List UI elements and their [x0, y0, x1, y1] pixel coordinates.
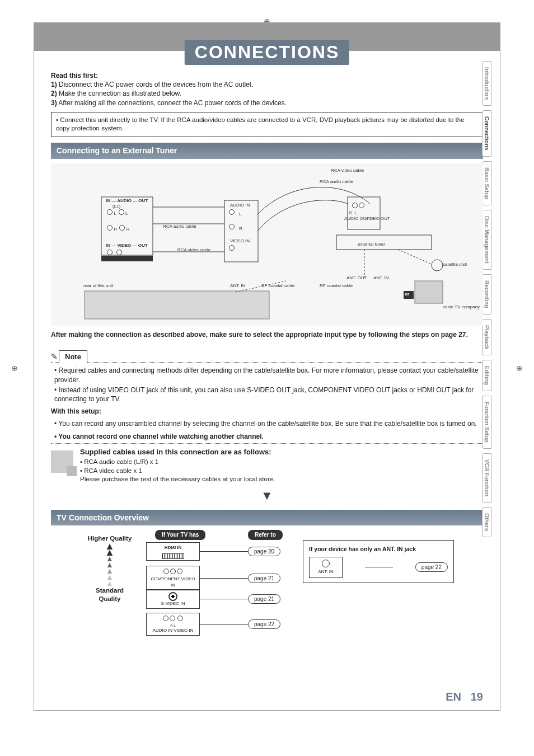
label-rca-video: RCA video cable: [331, 168, 364, 174]
label-ant-in: ANT. IN: [230, 283, 246, 289]
conn-row-svideo: S-VIDEO IN page 21: [146, 589, 280, 609]
side-tab-others[interactable]: Others: [482, 507, 491, 537]
side-tab-editing[interactable]: Editing: [482, 360, 491, 391]
conn-type-hdmi: HDMI IN: [146, 542, 200, 561]
side-tab-disc-management[interactable]: Disc Management: [482, 210, 491, 270]
label-ant-out: ANT. OUT: [346, 275, 367, 281]
side-tabs: Introduction Connections Basic Setup Dis…: [482, 61, 501, 542]
read-first-list: 1) Disconnect the AC power cords of the …: [51, 80, 483, 107]
tv-connection-overview: Higher Quality ▲ ▲ ▲ ▲ ▲ ▲ ▲ Standard Qu…: [51, 530, 483, 647]
supplied-cables-icon: [51, 450, 73, 473]
svideo-port-icon: [168, 592, 177, 601]
info-text: Connect this unit directly to the TV. If…: [56, 116, 465, 132]
label-ext-tuner: external tuner: [358, 242, 385, 248]
label-rca-audio: RCA audio cable: [320, 179, 353, 185]
label-sat-dish: satellite dish: [443, 262, 467, 268]
section-heading-external-tuner: Connecting to an External Tuner: [51, 143, 483, 159]
item-text: Disconnect the AC power cords of the dev…: [57, 81, 254, 88]
label-in-video-out: IN — VIDEO — OUT: [106, 243, 148, 249]
page-frame: CONNECTIONS Introduction Connections Bas…: [34, 22, 500, 711]
side-tab-basic-setup[interactable]: Basic Setup: [482, 161, 491, 205]
quality-scale: Higher Quality ▲ ▲ ▲ ▲ ▲ ▲ ▲ Standard Qu…: [85, 534, 135, 604]
page-ref[interactable]: page 22: [248, 619, 280, 629]
label-rear-unit: rear of this unit: [83, 283, 113, 289]
item-text: After making all the connections, connec…: [57, 99, 287, 107]
side-tab-playback[interactable]: Playback: [482, 319, 491, 355]
standard-quality-label: Standard Quality: [85, 586, 135, 604]
read-first-heading: Read this first:: [51, 71, 483, 80]
page-ref[interactable]: page 20: [248, 547, 280, 556]
page-content: Read this first: 1) Disconnect the AC po…: [34, 51, 500, 653]
list-item: 2) Make the connection as illustrated be…: [51, 89, 483, 98]
arrow-up-icon: ▲: [85, 580, 135, 586]
supplied-heading: Supplied cables used in this connection …: [80, 447, 275, 457]
side-tab-function-setup[interactable]: Function Setup: [482, 396, 491, 449]
crop-mark-icon: ⊕: [516, 364, 523, 373]
conn-sublabel: R L: [149, 623, 197, 628]
label-r: R: [114, 227, 117, 232]
label-video-out: VIDEO OUT: [366, 216, 390, 222]
connection-diagram: RCA video cable RCA audio cable IN — AUD…: [51, 163, 483, 326]
label-r: R: [127, 227, 130, 232]
list-item: You can record any unscrambled channel b…: [54, 419, 483, 428]
ant-jack: ANT. IN: [309, 557, 343, 579]
conn-type-rca: R L AUDIO IN VIDEO IN: [146, 613, 200, 636]
conn-label: COMPONENT VIDEO IN: [149, 576, 197, 589]
conn-label: HDMI IN: [149, 545, 197, 551]
label-l: L: [354, 210, 357, 215]
side-tab-connections[interactable]: Connections: [482, 110, 491, 157]
crop-mark-icon: ⊕: [11, 364, 18, 373]
side-tab-introduction[interactable]: Introduction: [482, 61, 491, 106]
item-num: 1): [51, 81, 57, 88]
page-title: CONNECTIONS: [185, 40, 349, 65]
note-list: Required cables and connecting methods d…: [51, 366, 483, 403]
label-ant-in2: ANT. IN: [373, 275, 389, 281]
after-connection-text: After making the connection as described…: [51, 330, 483, 339]
list-item: • RCA video cable x 1: [80, 467, 275, 476]
conn-type-svideo: S-VIDEO IN: [146, 589, 200, 609]
conn-type-component: COMPONENT VIDEO IN: [146, 566, 200, 590]
label-audio-in: AUDIO IN: [230, 203, 250, 209]
ant-label: ANT. IN: [312, 569, 340, 575]
list-item: 1) Disconnect the AC power cords of the …: [51, 80, 483, 89]
item-text: Make the connection as illustrated below…: [57, 90, 181, 97]
page-ref[interactable]: page 21: [248, 594, 280, 604]
label-l: L: [125, 211, 128, 216]
svg-rect-7: [415, 281, 443, 303]
conn-row-rca: R L AUDIO IN VIDEO IN page 22: [146, 613, 280, 636]
side-tab-vcr-function[interactable]: VCR Function: [482, 453, 491, 503]
label-r: R: [239, 226, 242, 232]
label-rca-audio-cable: RCA audio cable: [163, 224, 196, 230]
page-ref[interactable]: page 22: [415, 562, 448, 572]
hdmi-port-icon: [162, 553, 184, 559]
label-l: L: [114, 211, 116, 216]
note-icon: ✎: [51, 352, 58, 361]
label-cable-co: cable TV company: [443, 304, 480, 311]
label-rca-video-cable: RCA video cable: [177, 247, 210, 253]
page-ref[interactable]: page 21: [248, 574, 280, 583]
list-item: • RCA audio cable (L/R) x 1: [80, 458, 275, 467]
list-item: Please purchase the rest of the necessar…: [80, 475, 275, 484]
side-tab-recording[interactable]: Recording: [482, 274, 491, 314]
list-item: 3) After making all the connections, con…: [51, 98, 483, 107]
list-item: Instead of using VIDEO OUT jack of this …: [54, 386, 483, 403]
lang-code: EN: [446, 691, 461, 703]
with-setup-list: You can record any unscrambled channel b…: [51, 419, 483, 428]
with-setup-bold: You cannot record one channel while watc…: [58, 433, 264, 440]
page-number: EN 19: [446, 691, 483, 703]
info-callout: • Connect this unit directly to the TV. …: [51, 112, 483, 137]
svg-point-6: [432, 260, 443, 271]
label-r: R: [349, 210, 352, 215]
label-video-in: VIDEO IN: [230, 238, 250, 245]
label-or: or: [405, 292, 409, 298]
ant-only-box: If your device has only an ANT. IN jack …: [303, 540, 454, 583]
conn-label: S-VIDEO IN: [149, 601, 197, 607]
conn-label: AUDIO IN VIDEO IN: [149, 628, 197, 634]
supplied-cables-box: Supplied cables used in this connection …: [51, 447, 483, 484]
if-tv-has-tab: If Your TV has: [155, 530, 205, 540]
conn-row-hdmi: HDMI IN page 20: [146, 542, 280, 561]
list-item: Required cables and connecting methods d…: [54, 366, 483, 384]
page-no: 19: [471, 691, 483, 703]
item-num: 3): [51, 99, 57, 107]
note-heading: Note: [59, 350, 87, 363]
